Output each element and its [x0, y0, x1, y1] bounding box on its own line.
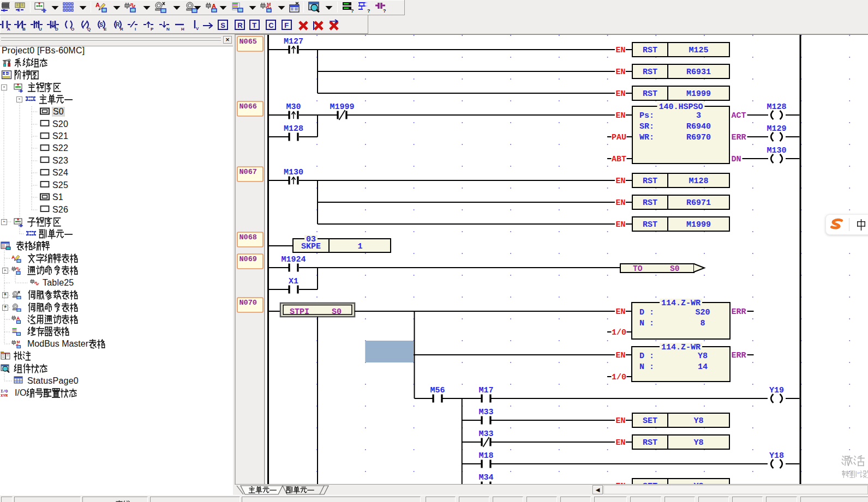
svg-text:1/0: 1/0	[612, 373, 626, 382]
svg-text:R6940: R6940	[686, 122, 711, 131]
svg-text:M33: M33	[478, 430, 493, 439]
svg-text:N :: N :	[639, 319, 654, 328]
svg-text:M1924: M1924	[281, 255, 306, 264]
svg-text:S20: S20	[695, 308, 710, 317]
svg-text:M34: M34	[478, 473, 493, 482]
svg-text:Y8: Y8	[693, 416, 703, 426]
svg-text:114.Z-WR: 114.Z-WR	[661, 299, 701, 308]
svg-text:N068: N068	[240, 233, 257, 241]
svg-text:?: ?	[367, 8, 370, 13]
svg-text:?: ?	[383, 8, 386, 13]
svg-text:D :: D :	[639, 308, 654, 317]
svg-text:N067: N067	[240, 168, 257, 176]
svg-text:U: U	[39, 27, 42, 32]
svg-text:Q: Q	[87, 27, 91, 32]
svg-text:140.HSPSO: 140.HSPSO	[659, 102, 703, 112]
svg-text:RST: RST	[643, 177, 657, 186]
svg-text:P: P	[151, 27, 154, 32]
svg-text:B: B	[22, 27, 26, 32]
svg-text:DN: DN	[732, 155, 741, 164]
svg-text:SR:: SR:	[639, 122, 654, 131]
svg-text:H: H	[181, 27, 184, 32]
svg-text:Y8: Y8	[693, 438, 703, 447]
svg-text:8: 8	[700, 319, 705, 328]
svg-text:S0: S0	[332, 307, 342, 317]
svg-text:V: V	[196, 26, 199, 31]
svg-text:ERR: ERR	[732, 307, 746, 317]
svg-text:M56: M56	[430, 386, 445, 395]
svg-text:1/0: 1/0	[612, 328, 626, 337]
svg-text:M18: M18	[478, 451, 493, 461]
svg-text:EN: EN	[616, 46, 626, 55]
svg-text:M128: M128	[284, 124, 303, 134]
svg-text:M130: M130	[284, 168, 303, 177]
svg-text:M1999: M1999	[686, 89, 711, 99]
svg-text:R: R	[116, 22, 120, 28]
svg-text:N :: N :	[639, 362, 654, 372]
svg-text:RST: RST	[643, 68, 657, 77]
svg-text:X1: X1	[289, 277, 298, 286]
svg-text:RST: RST	[643, 220, 657, 229]
svg-text:D :: D :	[639, 352, 654, 361]
svg-text:114.Z-WR: 114.Z-WR	[661, 343, 701, 352]
svg-text:1: 1	[357, 242, 362, 251]
svg-text:N070: N070	[240, 299, 257, 307]
svg-text:Y18: Y18	[769, 451, 784, 461]
svg-text:14: 14	[698, 362, 708, 372]
svg-text:Y8: Y8	[698, 352, 708, 361]
svg-text:N: N	[166, 27, 170, 32]
svg-text:SET: SET	[643, 416, 657, 426]
svg-text:?: ?	[351, 8, 354, 13]
svg-text:I: I	[135, 27, 136, 32]
svg-text:RST: RST	[643, 46, 657, 55]
svg-text:M33: M33	[478, 408, 493, 417]
svg-text:PAU: PAU	[612, 133, 626, 142]
svg-text:N065: N065	[240, 38, 257, 46]
svg-text:N069: N069	[240, 255, 257, 263]
svg-text:A: A	[7, 27, 10, 32]
svg-text:EN: EN	[616, 89, 626, 99]
svg-text:3: 3	[696, 111, 701, 120]
svg-text:M127: M127	[284, 37, 303, 46]
svg-text:R: R	[120, 27, 123, 32]
svg-text:M1999: M1999	[686, 220, 711, 229]
svg-text:WR:: WR:	[639, 133, 654, 142]
svg-text:EN: EN	[616, 198, 626, 208]
svg-text:RST: RST	[643, 89, 657, 99]
svg-text:M30: M30	[286, 102, 301, 112]
svg-text:EN: EN	[616, 438, 626, 447]
svg-text:S: S	[99, 22, 103, 28]
svg-text:E: E	[104, 27, 107, 32]
svg-text:O: O	[71, 27, 74, 32]
svg-text:EN: EN	[616, 416, 626, 426]
svg-text:M125: M125	[689, 46, 708, 55]
svg-text:ABT: ABT	[612, 155, 626, 164]
svg-text:M17: M17	[478, 386, 493, 395]
svg-text:EN: EN	[616, 307, 626, 317]
svg-text:M128: M128	[689, 177, 708, 186]
svg-text:EN: EN	[616, 111, 626, 120]
svg-text:R6970: R6970	[686, 133, 711, 142]
svg-text:F: F	[284, 21, 289, 29]
svg-text:A: A	[212, 3, 216, 9]
svg-text:EN: EN	[616, 351, 626, 360]
svg-text:TO: TO	[633, 264, 643, 273]
svg-text:C: C	[268, 21, 274, 29]
svg-text:T: T	[252, 21, 256, 29]
svg-text:STPI: STPI	[290, 307, 309, 317]
svg-text:S: S	[220, 21, 225, 29]
svg-text:M128: M128	[767, 102, 786, 112]
svg-text:S0: S0	[670, 264, 679, 273]
svg-text:EN: EN	[616, 177, 626, 186]
svg-text:RST: RST	[643, 198, 657, 208]
svg-text:M129: M129	[767, 124, 786, 134]
svg-text:D: D	[55, 27, 58, 32]
svg-text:Ps:: Ps:	[639, 111, 654, 120]
svg-text:ERR: ERR	[732, 133, 746, 142]
svg-text:EN: EN	[616, 68, 626, 77]
svg-text:R: R	[237, 21, 243, 29]
svg-text:Y19: Y19	[769, 386, 784, 395]
svg-text:N066: N066	[240, 102, 257, 111]
svg-text:M130: M130	[767, 146, 786, 155]
svg-text:R6971: R6971	[686, 198, 711, 208]
